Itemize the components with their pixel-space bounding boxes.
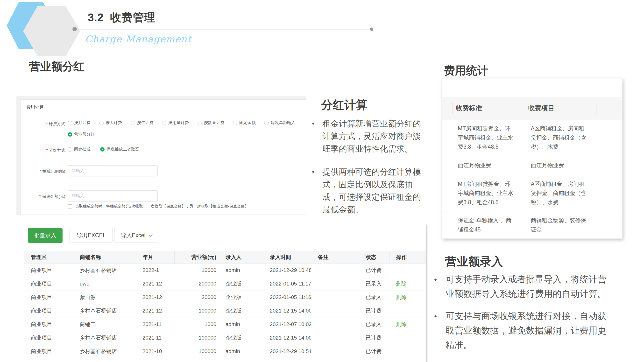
billing-method-selected-row: 营业额分红	[68, 131, 95, 137]
export-excel-button[interactable]: 导出EXCEL	[70, 228, 113, 243]
radio-checked-icon[interactable]	[68, 132, 72, 137]
split-collection-checkbox-row[interactable]: 当取抽成金额时，将抽成金额分2次收取，一次收取【保底金额】；另一次收取【抽成金额…	[68, 204, 248, 209]
billing-option-usage[interactable]: 按用量计费	[162, 120, 189, 125]
import-excel-dropdown-button[interactable]: 导入Excel	[114, 228, 158, 243]
delete-link[interactable]: 删除	[396, 321, 407, 327]
share-option-fixed[interactable]: 固定抽成	[68, 146, 90, 152]
radio-unchecked-icon[interactable]	[131, 121, 135, 125]
status-badge: 已录入	[359, 291, 389, 304]
table-row: 商业项目商铺二2021-111000admin2021-12-07 10:02已…	[24, 318, 426, 331]
fee-stats-row: 西江月物业费 西江月物业费	[442, 156, 622, 175]
radio-checked-icon[interactable]	[100, 147, 104, 152]
fee-stats-card: 收费标准 收费项目 MT房间租赁押金、环宇城商铺租金、业主水费3.8、租金48.…	[442, 78, 622, 239]
page-title: 3.2收费管理	[88, 10, 156, 25]
share-method-options: 固定抽成 保底抽成二者取高	[68, 146, 139, 152]
col-note: 备注	[311, 251, 359, 264]
status-badge: 已计费	[359, 264, 389, 277]
col-time: 录入时间	[263, 251, 311, 264]
col-month: 年月	[136, 251, 174, 264]
ratio-input[interactable]	[68, 165, 158, 176]
bullet-item: 可支持手动录入或者批量导入，将统计营业额数据导入系统进行费用的自动计算。	[434, 272, 613, 301]
billing-method-label: 计费方式:	[30, 121, 66, 127]
delete-link[interactable]: 删除	[396, 294, 407, 300]
billing-option-fixed[interactable]: 固定金额	[233, 120, 256, 125]
screenshot-right-edge	[426, 225, 427, 362]
header-divider-line	[74, 29, 372, 29]
radio-unchecked-icon[interactable]	[68, 147, 72, 152]
fee-standard-cell: MT房间租赁押金、环宇城商铺租金、业主水费3.8、租金48.5	[458, 124, 516, 151]
fee-item-cell: A区商铺租金、房间租赁押金、商铺租金（含税）、水费	[531, 124, 586, 151]
fee-stats-row: MT房间租赁押金、环宇城商铺租金、业主水费3.8、租金48.5 A区商铺租金、房…	[442, 119, 622, 156]
status-badge: 已录入	[359, 318, 389, 331]
fee-calc-screenshot-frame: 费用计算 计费方式: 按月计费 按天计费 按年计费 按用量计费 按数量计费 固定…	[16, 96, 306, 215]
col-status: 状态	[359, 251, 389, 264]
radio-unchecked-icon[interactable]	[68, 121, 72, 125]
status-badge: 已计费	[359, 331, 389, 345]
table-row: 商业项目乡村基石桥铺店2021-10100000admin2021-12-29 …	[24, 345, 426, 358]
bullet-item: 租金计算新增营业额分红的计算方式，灵活应对商户淡旺季的商业特性化需求。	[312, 117, 428, 155]
billing-option-yearly[interactable]: 按年计费	[131, 120, 153, 125]
split-collection-checkbox-label: 当取抽成金额时，将抽成金额分2次收取，一次收取【保底金额】；另一次收取【抽成金额…	[75, 204, 248, 209]
billing-option-manual[interactable]: 每次单独输入	[264, 120, 295, 125]
col-amount: 营业额(元)	[174, 251, 219, 264]
fee-item-cell: 西江月物业费	[531, 161, 586, 170]
heading-fee-stats: 费用统计	[444, 63, 488, 78]
status-badge: 已计费	[359, 304, 389, 318]
fee-stats-header-row: 收费标准 收费项目	[442, 97, 622, 119]
fee-stats-row: MT房间租赁押金、环宇城商铺租金、业主水费3.8、租金48.5 A区商铺租金、房…	[442, 175, 622, 211]
floor-amount-input[interactable]	[68, 190, 158, 202]
radio-unchecked-icon[interactable]	[99, 121, 104, 125]
batch-entry-button[interactable]: 批量录入	[28, 228, 62, 243]
bullet-item: 可支持与商场收银系统进行对接，自动获取营业额数据，避免数据漏洞，让费用更精准。	[434, 309, 613, 352]
fee-item-cell: A区商铺租金、房间租赁押金、商铺租金（含税）、水费	[531, 179, 586, 207]
fee-standard-cell: MT房间租赁押金、环宇城商铺租金、业主水费3.8、租金48.5	[458, 179, 516, 207]
billing-option-quantity[interactable]: 按数量计费	[198, 120, 224, 125]
fee-stats-col-standard: 收费标准	[452, 103, 525, 114]
billing-option-daily[interactable]: 按天计费	[99, 120, 122, 125]
slide-charge-management: 3.2收费管理 Charge Management 营业额分红 费用计算 计费方…	[0, 0, 644, 362]
table-row: 商业项目乡村基石桥铺店2021-11100000企业版2021-12-15 14…	[24, 331, 426, 345]
fee-stats-card-gap	[442, 87, 622, 97]
table-row: 商业项目乡村基石桥铺店2022-110000admin2021-12-29 10…	[24, 264, 426, 277]
share-option-guaranteed-max[interactable]: 保底抽成二者取高	[100, 146, 139, 152]
share-calc-bullet-list: 租金计算新增营业额分红的计算方式，灵活应对商户淡旺季的商业特性化需求。 提供两种…	[312, 117, 428, 226]
radio-unchecked-icon[interactable]	[198, 121, 202, 125]
delete-link[interactable]: 删除	[396, 281, 407, 287]
chevron-down-icon	[149, 233, 153, 237]
radio-unchecked-icon[interactable]	[162, 121, 166, 125]
table-header-row: 管理区 商铺名称 年月 营业额(元) 录入人 录入时间 备注 状态 操作	[24, 251, 426, 264]
section-number: 3.2	[88, 11, 104, 24]
fee-stats-col-item: 收费项目	[525, 103, 596, 114]
fee-stats-card-top-strip	[442, 78, 622, 87]
col-area: 管理区	[24, 251, 73, 264]
fee-calc-panel: 费用计算 计费方式: 按月计费 按天计费 按年计费 按用量计费 按数量计费 固定…	[20, 99, 306, 215]
col-operator: 录入人	[219, 251, 263, 264]
fee-calc-panel-title: 费用计算	[26, 104, 44, 110]
checkbox-unchecked-icon[interactable]	[68, 204, 72, 209]
billing-option-monthly[interactable]: 按月计费	[68, 120, 90, 125]
heading-share-calc: 分红计算	[321, 97, 368, 113]
revenue-entry-bullet-list: 可支持手动录入或者批量导入，将统计营业额数据导入系统进行费用的自动计算。 可支持…	[434, 272, 613, 360]
fee-stats-col-clipped	[596, 103, 622, 114]
share-method-label: 分红方式:	[30, 148, 66, 153]
billing-option-revenue-share[interactable]: 营业额分红	[68, 131, 95, 137]
radio-unchecked-icon[interactable]	[233, 121, 237, 125]
status-badge: 已录入	[359, 277, 389, 291]
table-row: 商业项目蒙自源2021-1220000企业版2022-01-05 11:16已录…	[24, 291, 426, 304]
col-shop: 商铺名称	[73, 251, 136, 264]
fee-stats-row: 保证金-单独输入-、商铺租金45 商铺租金物源、装修保证金	[442, 211, 622, 239]
ratio-label: 抽成比例(%):	[30, 169, 66, 174]
fee-item-cell: 商铺租金物源、装修保证金	[531, 216, 586, 234]
table-row: 商业项目乡村基石桥铺店2021-12100000企业版2021-12-15 14…	[24, 304, 426, 318]
fee-standard-cell: 保证金-单独输入-、商铺租金45	[458, 216, 516, 234]
section-title: 收费管理	[110, 11, 156, 24]
heading-revenue-entry: 营业额录入	[445, 254, 503, 269]
page-subtitle: Charge Management	[85, 34, 192, 44]
table-row: 商业项目qwe2021-12200000企业版2022-01-05 11:17已…	[24, 277, 426, 291]
floor-amount-label: 保底金额(元):	[30, 194, 66, 199]
heading-revenue-share: 营业额分红	[29, 59, 84, 74]
radio-unchecked-icon[interactable]	[264, 121, 269, 125]
fee-standard-cell: 西江月物业费	[458, 161, 516, 170]
col-action: 操作	[389, 251, 426, 264]
billing-method-options: 按月计费 按天计费 按年计费 按用量计费 按数量计费 固定金额 每次单独输入	[68, 120, 295, 125]
